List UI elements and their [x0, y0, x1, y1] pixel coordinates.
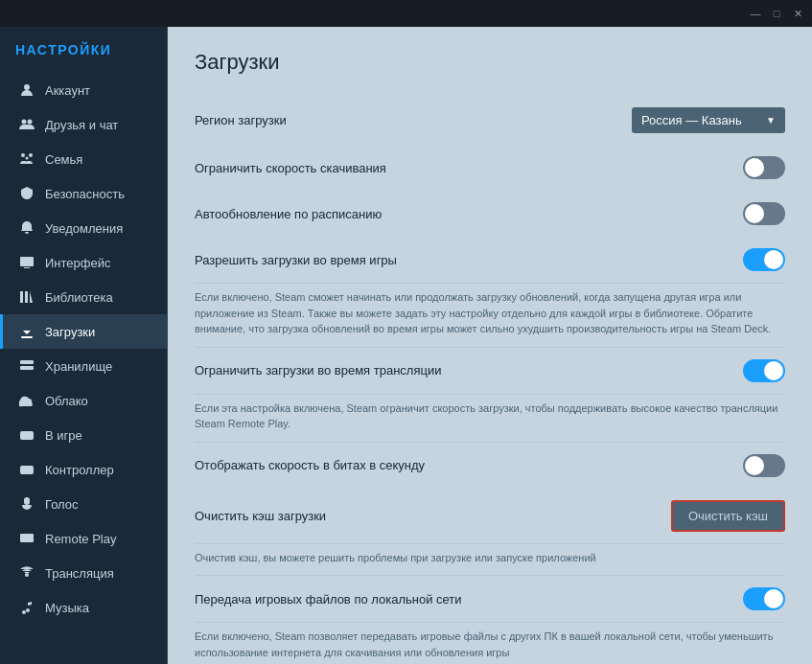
setting-row-region: Регион загрузкиРоссия — Казань▼ [195, 96, 785, 145]
sidebar-item-label: Контроллер [45, 463, 114, 477]
sidebar-item-voice[interactable]: Голос [0, 487, 167, 521]
sidebar-item-friends[interactable]: Друзья и чат [0, 107, 167, 142]
svg-point-0 [24, 84, 30, 90]
setting-label-region: Регион загрузки [195, 113, 632, 127]
toggle-auto_update[interactable] [743, 202, 785, 225]
setting-label-clear_cache: Очистить кэш загрузки [195, 509, 671, 523]
sidebar-item-label: Библиотека [45, 290, 113, 305]
setting-block-auto_update: Автообновление по расписанию [195, 191, 785, 237]
svg-point-20 [25, 573, 29, 577]
minimize-button[interactable]: — [747, 5, 764, 22]
setting-block-limit_speed: Ограничить скорость скачивания [195, 145, 785, 191]
setting-row-limit_broadcast: Ограничить загрузки во время трансляции [195, 348, 785, 395]
sidebar-item-family[interactable]: Семья [0, 142, 167, 176]
sidebar-item-label: Интерфейс [45, 256, 110, 270]
sidebar-item-label: Музыка [45, 601, 89, 615]
svg-point-4 [29, 153, 33, 157]
titlebar: — □ ✕ [0, 0, 812, 27]
setting-row-auto_update: Автообновление по расписанию [195, 191, 785, 237]
sidebar-item-interface[interactable]: Интерфейс [0, 245, 167, 280]
security-icon [18, 185, 35, 202]
toggle-allow_downloads_ingame[interactable] [743, 248, 785, 271]
sidebar-item-notifications[interactable]: Уведомления [0, 211, 167, 245]
sidebar-item-controller[interactable]: Контроллер [0, 452, 167, 487]
sidebar-item-account[interactable]: Аккаунт [0, 73, 167, 107]
controller-icon [18, 461, 35, 478]
ingame-icon [18, 426, 35, 444]
svg-point-1 [22, 120, 27, 125]
dropdown-region[interactable]: Россия — Казань▼ [632, 107, 785, 133]
setting-block-clear_cache: Очистить кэш загрузкиОчистить кэшОчистив… [195, 489, 785, 577]
sidebar-item-label: Трансляция [45, 566, 114, 581]
svg-rect-6 [20, 257, 34, 266]
setting-block-region: Регион загрузкиРоссия — Казань▼ [195, 96, 785, 145]
setting-block-lan_transfer: Передача игровых файлов по локальной сет… [195, 576, 785, 664]
toggle-limit_broadcast[interactable] [743, 359, 785, 382]
setting-row-allow_downloads_ingame: Разрешить загрузки во время игры [195, 237, 785, 284]
setting-description-lan_transfer: Если включено, Steam позволяет передават… [195, 623, 785, 664]
broadcast-icon [18, 564, 35, 582]
setting-row-lan_transfer: Передача игровых файлов по локальной сет… [195, 576, 785, 623]
sidebar-title: НАСТРОЙКИ [0, 38, 167, 73]
interface-icon [18, 254, 35, 271]
sidebar-item-label: Голос [45, 497, 79, 512]
sidebar: НАСТРОЙКИ АккаунтДрузья и чатСемьяБезопа… [0, 27, 168, 664]
svg-rect-15 [20, 431, 34, 440]
cloud-icon [18, 392, 35, 409]
sidebar-item-label: Хранилище [45, 359, 112, 374]
close-button[interactable]: ✕ [789, 5, 806, 22]
svg-rect-7 [24, 267, 30, 268]
svg-rect-10 [21, 336, 33, 338]
toggle-limit_speed[interactable] [743, 156, 785, 179]
svg-point-21 [22, 610, 26, 614]
maximize-button[interactable]: □ [768, 5, 785, 22]
svg-rect-9 [25, 291, 28, 303]
voice-icon [18, 495, 35, 513]
toggle-lan_transfer[interactable] [743, 587, 785, 610]
svg-point-5 [26, 157, 29, 160]
sidebar-item-ingame[interactable]: В игре [0, 418, 167, 452]
sidebar-item-label: В игре [45, 428, 82, 443]
friends-icon [18, 116, 35, 133]
setting-row-limit_speed: Ограничить скорость скачивания [195, 145, 785, 191]
sidebar-item-music[interactable]: Музыка [0, 590, 167, 625]
sidebar-item-label: Remote Play [45, 532, 116, 546]
family-icon [18, 150, 35, 168]
svg-point-19 [25, 537, 29, 540]
sidebar-item-broadcast[interactable]: Трансляция [0, 556, 167, 590]
setting-label-lan_transfer: Передача игровых файлов по локальной сет… [195, 592, 743, 607]
sidebar-item-label: Облако [45, 394, 88, 408]
sidebar-item-cloud[interactable]: Облако [0, 383, 167, 418]
sidebar-item-downloads[interactable]: Загрузки [0, 314, 167, 349]
setting-block-limit_broadcast: Ограничить загрузки во время трансляцииЕ… [195, 348, 785, 443]
setting-row-show_speed_bits: Отображать скорость в битах в секунду [195, 443, 785, 489]
sidebar-item-library[interactable]: Библиотека [0, 280, 167, 314]
chevron-down-icon: ▼ [766, 115, 776, 126]
storage-icon [18, 357, 35, 375]
svg-rect-8 [20, 291, 23, 303]
toggle-show_speed_bits[interactable] [743, 454, 785, 477]
clear-cache-button[interactable]: Очистить кэш [671, 500, 785, 532]
content-area: Загрузки Регион загрузкиРоссия — Казань▼… [168, 27, 812, 664]
sidebar-item-label: Аккаунт [45, 83, 90, 98]
music-icon [18, 599, 35, 616]
sidebar-item-security[interactable]: Безопасность [0, 176, 167, 211]
downloads-icon [18, 323, 35, 340]
page-title: Загрузки [195, 50, 785, 75]
sidebar-item-storage[interactable]: Хранилище [0, 349, 167, 383]
remoteplay-icon [18, 530, 35, 547]
setting-description-allow_downloads_ingame: Если включено, Steam сможет начинать или… [195, 284, 785, 348]
setting-label-limit_broadcast: Ограничить загрузки во время трансляции [195, 363, 743, 378]
svg-point-22 [26, 608, 30, 612]
svg-point-14 [31, 367, 33, 369]
sidebar-item-label: Загрузки [45, 325, 95, 339]
library-icon [18, 288, 35, 306]
sidebar-item-remoteplay[interactable]: Remote Play [0, 521, 167, 556]
main-layout: НАСТРОЙКИ АккаунтДрузья и чатСемьяБезопа… [0, 27, 812, 664]
setting-block-show_speed_bits: Отображать скорость в битах в секунду [195, 443, 785, 489]
sidebar-item-label: Друзья и чат [45, 118, 118, 132]
setting-label-allow_downloads_ingame: Разрешить загрузки во время игры [195, 253, 743, 267]
setting-row-clear_cache: Очистить кэш загрузкиОчистить кэш [195, 489, 785, 544]
svg-point-13 [31, 361, 33, 363]
svg-point-2 [28, 120, 33, 125]
